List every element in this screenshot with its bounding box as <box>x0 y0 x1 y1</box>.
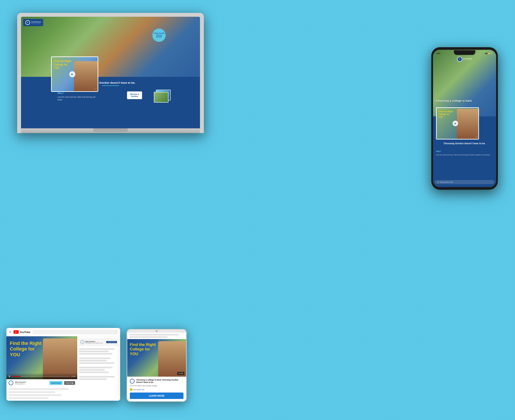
tablet-time-badge: 04:58 <box>177 372 184 375</box>
sk-top-2 <box>129 336 168 338</box>
youtube-logo-icon: ▶ <box>14 330 19 334</box>
laptop-body-text: Like the sand and sea, faith and learnin… <box>58 96 100 101</box>
wifi-icon: 📶 <box>488 52 490 54</box>
sidebar-ad-text: Why Gordon? Sponsored • learn.gordon.edu <box>85 341 105 344</box>
gordon-logo-icon: ✛ <box>25 20 30 25</box>
phone-video-person <box>457 109 478 139</box>
phone-status-icons: ▮▮▮ 📶 🔋 <box>485 52 493 54</box>
sk-line <box>79 378 107 380</box>
laptop-choosing-text: Choosing Gordon doesn't have to be. <box>21 81 200 84</box>
youtube-video-player[interactable]: Find the Right College for YOU ⏸ 04:58 <box>7 336 77 379</box>
sk-line <box>79 372 109 373</box>
laptop-video-title: Find the Right College for YOU <box>54 60 73 70</box>
sidebar-ad-avatar: ✛ <box>81 340 84 344</box>
laptop-base <box>21 128 200 133</box>
phone-status-bar: 4:24 ▮▮▮ 📶 🔋 <box>433 50 496 56</box>
youtube-video-title: Find the Right College for YOU <box>10 341 44 358</box>
youtube-skip-button[interactable]: Skip Ad ▶ <box>64 381 75 385</box>
phone-video-card[interactable]: Find the Right College for YOU ▶ ⛶ <box>436 107 479 140</box>
youtube-time-display: 04:58 <box>71 375 75 377</box>
sk-line <box>79 351 109 352</box>
youtube-topbar: ☰ ▶ YouTube <box>7 328 120 336</box>
laptop-play-button[interactable]: ▶ <box>69 71 75 77</box>
sidebar-skeleton-3 <box>79 366 119 374</box>
laptop-underline-accent <box>102 85 119 86</box>
laptop-mockup: ✛ GORDON COLLEGE Tuition recently reduce… <box>17 13 204 133</box>
tablet-domain-row: 🔗 learn.gordon.edu <box>130 388 183 391</box>
tablet-advertiser-row: ✛ Choosing a college is hard. Choosing G… <box>130 379 183 384</box>
youtube-learn-more-button[interactable]: Learn more <box>50 381 62 385</box>
youtube-menu-icon[interactable]: ☰ <box>9 330 11 334</box>
youtube-ad-info: Why Gordon? learn.gordon.e... <box>15 381 48 385</box>
tablet-ad-content: ✛ Choosing a college is hard. Choosing G… <box>127 377 186 401</box>
sk-line <box>79 353 112 354</box>
youtube-sidebar: ✛ Why Gordon? Sponsored • learn.gordon.e… <box>77 336 120 401</box>
youtube-content: Find the Right College for YOU ⏸ 04:58 ✛ <box>7 336 120 401</box>
sidebar-skeleton-1 <box>79 347 119 355</box>
tuition-bubble: Tuition recently reduced $13,000 <box>152 29 166 42</box>
skeleton-row-2 <box>8 391 55 393</box>
sidebar-learn-more-button[interactable]: LEARN MORE <box>106 341 117 343</box>
sk-line <box>79 358 111 359</box>
laptop-blue-section <box>21 77 200 128</box>
tablet-notch <box>156 330 157 332</box>
sidebar-skeleton-4 <box>79 375 119 381</box>
phone-why-label[interactable]: Why? <box>436 150 441 152</box>
tablet-advertiser-logo: ✛ <box>130 379 134 383</box>
phone-choosing-text: Choosing Gordon doesn't have to be. <box>436 142 493 145</box>
tablet-domain-icon: 🔗 <box>130 388 132 391</box>
youtube-video-controls: ⏸ 04:58 <box>7 373 77 379</box>
gordon-logo-text: GORDON COLLEGE <box>31 21 41 24</box>
tablet-top-skeleton <box>127 333 186 339</box>
tablet-top-bar <box>127 330 186 333</box>
youtube-mockup: ☰ ▶ YouTube Find the Right College for Y… <box>7 328 120 401</box>
phone-fullscreen-icon[interactable]: ⛶ <box>476 136 478 138</box>
tablet-tagline: One of the nation's top Christian colleg… <box>130 385 183 387</box>
skeleton-row-4 <box>8 397 48 399</box>
sk-line <box>79 367 112 368</box>
laptop-why-label[interactable]: Why? <box>58 92 64 94</box>
skeleton-row-3 <box>8 394 62 396</box>
sk-line <box>79 362 115 364</box>
laptop-gordon-logo: ✛ GORDON COLLEGE <box>23 19 43 26</box>
tablet-video-title: Find the Right College for YOU <box>130 343 158 356</box>
phone-video-inner: Find the Right College for YOU ▶ ⛶ <box>437 108 478 139</box>
phone-video-title: Find the Right College for YOU <box>438 110 455 119</box>
sk-top-1 <box>129 334 179 335</box>
youtube-main-video: Find the Right College for YOU ⏸ 04:58 ✛ <box>7 336 77 401</box>
laptop-hero-background <box>21 17 200 77</box>
tablet-domain-text: learn.gordon.edu <box>133 389 144 390</box>
sidebar-skeleton-2 <box>79 357 119 365</box>
phone-mockup: 4:24 ▮▮▮ 📶 🔋 ✛ GORDON COLLEGE <box>431 47 498 190</box>
laptop-video-person <box>74 61 98 91</box>
youtube-logo[interactable]: ▶ YouTube <box>14 330 30 334</box>
phone-gordon-logo: ✛ GORDON COLLEGE <box>457 57 472 62</box>
youtube-search-bar[interactable] <box>32 330 118 334</box>
tablet-ad-mockup: Find the Right College for YOU 04:58 ✛ C… <box>127 329 187 402</box>
phone-logo-icon: ✛ <box>457 57 462 62</box>
sk-line <box>79 348 115 350</box>
sk-line <box>79 376 115 377</box>
laptop-cta-button[interactable]: Receive a Gordon <box>127 91 142 99</box>
laptop-stand <box>93 128 128 132</box>
laptop-screen: ✛ GORDON COLLEGE Tuition recently reduce… <box>21 17 200 128</box>
laptop-video-card[interactable]: Find the Right College for YOU ▶ ⛶ <box>51 56 98 92</box>
laptop-thumbnail-stack <box>154 90 172 105</box>
skeleton-row-1 <box>8 388 68 390</box>
youtube-bottom-skeleton <box>7 387 77 401</box>
phone-url-bar[interactable]: 🔒 learn.gordon.edu <box>435 180 494 184</box>
laptop-fullscreen-icon[interactable]: ⛶ <box>95 88 97 90</box>
tablet-learn-more-button[interactable]: LEARN MORE <box>130 392 183 399</box>
tablet-video-player[interactable]: Find the Right College for YOU 04:58 <box>127 339 186 377</box>
youtube-progress-bar[interactable] <box>12 376 70 377</box>
phone-play-button[interactable]: ▶ <box>453 121 458 126</box>
signal-icon: ▮▮▮ <box>485 52 487 54</box>
tablet-more-icon[interactable]: ⋮ <box>181 380 183 383</box>
sk-line <box>79 360 107 361</box>
tablet-ad-text-block: Choosing a college is hard. Choosing Gor… <box>136 379 179 384</box>
phone-lock-icon: 🔒 <box>437 181 439 183</box>
youtube-sidebar-ad-card[interactable]: ✛ Why Gordon? Sponsored • learn.gordon.e… <box>79 338 119 346</box>
youtube-pause-button[interactable]: ⏸ <box>8 375 10 377</box>
phone-logo-text: GORDON COLLEGE <box>463 58 472 61</box>
phone-body-text: Like the sand and sea, faith and learnin… <box>436 154 493 156</box>
